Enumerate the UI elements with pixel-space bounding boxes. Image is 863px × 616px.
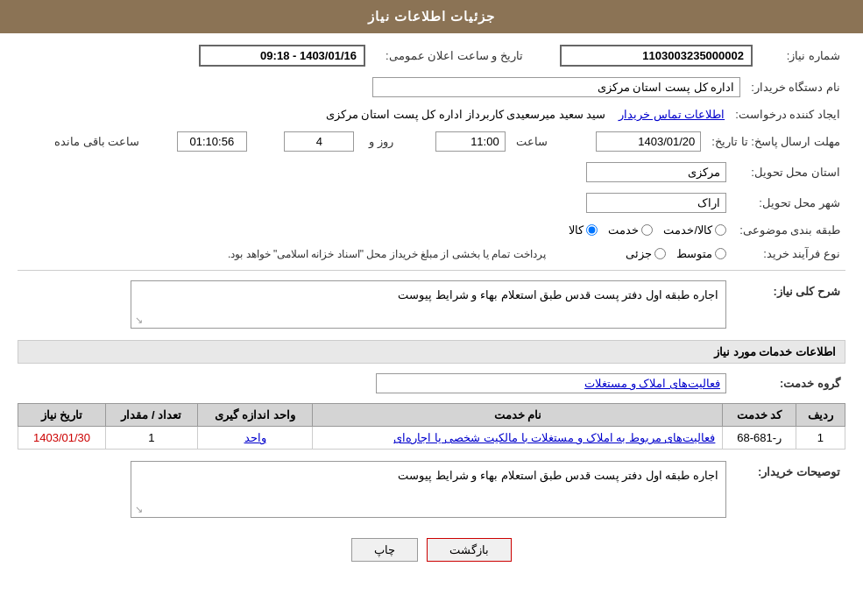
cell-tedad: 1 [106, 427, 198, 450]
nam-dastgah-value: اداره کل پست استان مرکزی [372, 77, 740, 97]
cell-unit: واحد [197, 427, 313, 450]
radio-kala[interactable]: کالا [569, 223, 598, 237]
roz-label: روز و [369, 135, 393, 148]
baghimande-label: ساعت باقی مانده [54, 135, 139, 148]
ostan-label: استان محل تحویل: [751, 166, 840, 179]
resize-icon: ↘ [135, 315, 143, 326]
grohe-khedmat-label: گروه خدمت: [780, 377, 840, 390]
cell-tarikh: 1403/01/30 [18, 427, 106, 450]
radio-kala-khedmat[interactable]: کالا/خدمت [663, 223, 726, 237]
tosif-box: اجاره طبقه اول دفتر پست قدس طبق استعلام … [131, 461, 726, 518]
baghimande-value: 01:10:56 [177, 131, 247, 152]
cell-code: ر-681-68 [723, 427, 796, 450]
table-row: 1 ر-681-68 فعالیت‌های مربوط به املاک و م… [18, 427, 845, 450]
sharh-value: اجاره طبقه اول دفتر پست قدس طبق استعلام … [398, 288, 718, 301]
sharh-label: شرح کلی نیاز: [773, 285, 840, 298]
roz-value: 4 [284, 131, 354, 152]
col-name: نام خدمت [313, 404, 723, 427]
cell-radif: 1 [796, 427, 845, 450]
khedmat-section-title: اطلاعات خدمات مورد نیاز [18, 340, 845, 364]
saat-label: ساعت [516, 135, 548, 148]
cell-name: فعالیت‌های مربوط به املاک و مستغلات با م… [313, 427, 723, 450]
noe-farayand-desc: پرداخت تمام یا بخشی از مبلغ خریداز محل "… [228, 248, 546, 260]
ijad-konande-label: ایجاد کننده درخواست: [735, 108, 840, 121]
noe-farayand-label: نوع فرآیند خرید: [763, 247, 840, 260]
radio-khedmat[interactable]: خدمت [608, 223, 653, 237]
col-code: کد خدمت [723, 404, 796, 427]
grohe-khedmat-value: فعالیت‌های املاک و مستغلات [376, 373, 726, 393]
page-header: جزئیات اطلاعات نیاز [0, 0, 863, 33]
resize-icon-2: ↘ [135, 504, 143, 515]
tarikh-elam-label: تاریخ و ساعت اعلان عمومی: [386, 49, 523, 62]
shomare-niaz-value: 1103003235000002 [560, 45, 753, 67]
chap-button[interactable]: چاپ [351, 538, 418, 562]
mohlat-label: مهلت ارسال پاسخ: تا تاریخ: [711, 135, 840, 148]
ostan-value: مرکزی [586, 162, 726, 182]
nam-dastgah-label: نام دستگاه خریدار: [751, 81, 840, 94]
tarikh-value: 1403/01/20 [596, 131, 701, 152]
shomare-niaz-label: شماره نیاز: [787, 49, 840, 62]
saat-value: 11:00 [435, 131, 506, 152]
bazgasht-button[interactable]: بازگشت [427, 538, 512, 562]
tabaqe-label: طبقه بندی موضوعی: [739, 223, 840, 237]
shahr-label: شهر محل تحویل: [759, 196, 840, 209]
radio-motasat[interactable]: متوسط [676, 247, 726, 260]
shahr-value: اراک [586, 193, 726, 213]
services-table: ردیف کد خدمت نام خدمت واحد اندازه گیری ت… [18, 403, 845, 450]
col-tarikh: تاریخ نیاز [18, 404, 106, 427]
ijad-konande-value: سید سعید میرسعیدی کاربرداز اداره کل پست … [326, 108, 606, 121]
col-radif: ردیف [796, 404, 845, 427]
tosif-label: توصیحات خریدار: [758, 465, 840, 478]
tosif-value: اجاره طبقه اول دفتر پست قدس طبق استعلام … [398, 469, 718, 482]
footer-buttons: بازگشت چاپ [18, 538, 845, 579]
tarikh-elam-value: 1403/01/16 - 09:18 [199, 45, 365, 67]
sharh-box: اجاره طبقه اول دفتر پست قدس طبق استعلام … [131, 280, 726, 329]
ettelaat-tamas-link[interactable]: اطلاعات تماس خریدار [619, 108, 725, 121]
radio-jazzi[interactable]: جزئی [626, 247, 666, 260]
col-unit: واحد اندازه گیری [197, 404, 313, 427]
col-tedad: تعداد / مقدار [106, 404, 198, 427]
page-title: جزئیات اطلاعات نیاز [368, 9, 495, 24]
